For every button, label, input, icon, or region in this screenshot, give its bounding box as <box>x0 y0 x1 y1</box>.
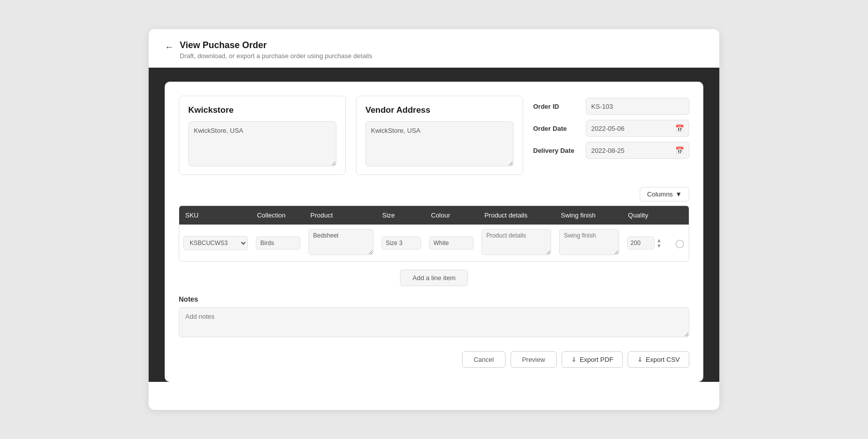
page-header: ← View Puchase Order Draft, download, or… <box>149 29 719 68</box>
order-date-calendar-icon: 📅 <box>675 124 684 132</box>
order-fields-block: Order ID Order Date 📅 Delivery Date <box>533 96 689 175</box>
add-line-row: Add a line item <box>179 270 689 286</box>
cancel-button[interactable]: Cancel <box>462 351 505 368</box>
table-row: KSBCUCWS3 Bedsheet <box>179 225 689 261</box>
order-id-row: Order ID <box>533 98 689 115</box>
order-id-label: Order ID <box>533 103 581 110</box>
download-csv-icon: ⇓ <box>637 356 643 363</box>
white-inner: Kwickstore KwickStore, USA Vendor Addres… <box>165 82 703 382</box>
vendor-address-textarea[interactable]: KwickStore, USA <box>365 121 514 166</box>
order-date-input[interactable] <box>591 125 675 132</box>
colour-input[interactable] <box>429 237 474 250</box>
size-input[interactable] <box>381 237 421 250</box>
page-title: View Puchase Order <box>180 40 372 51</box>
delivery-date-input[interactable] <box>591 147 675 154</box>
quality-input-wrap: ▲ ▼ <box>627 237 667 250</box>
delivery-date-calendar-icon: 📅 <box>675 146 684 154</box>
store-address-textarea[interactable]: KwickStore, USA <box>188 121 336 166</box>
columns-btn-label: Columns <box>647 190 673 198</box>
td-colour <box>425 233 478 254</box>
order-id-input[interactable] <box>591 103 684 110</box>
th-product: Product <box>304 206 376 225</box>
td-product: Bedsheet <box>304 225 377 261</box>
td-action: ◯ <box>671 235 689 252</box>
footer-buttons: Cancel Preview ⇓ Export PDF ⇓ Export CSV <box>179 351 689 368</box>
order-date-input-wrap: 📅 <box>586 120 689 137</box>
store-block: Kwickstore KwickStore, USA <box>179 96 346 175</box>
vendor-block: Vendor Address KwickStore, USA <box>356 96 523 175</box>
delivery-date-label: Delivery Date <box>533 147 581 154</box>
add-line-item-button[interactable]: Add a line item <box>400 270 468 286</box>
columns-btn-row: Columns ▼ <box>179 187 689 201</box>
preview-button[interactable]: Preview <box>511 351 557 368</box>
export-csv-label: Export CSV <box>646 356 680 363</box>
stepper-down-icon: ▼ <box>657 243 662 249</box>
th-sku: SKU <box>179 206 251 225</box>
td-sku: KSBCUCWS3 <box>179 232 252 254</box>
export-csv-button[interactable]: ⇓ Export CSV <box>628 351 689 368</box>
collection-input[interactable] <box>256 237 300 250</box>
store-name: Kwickstore <box>188 105 336 115</box>
order-date-row: Order Date 📅 <box>533 120 689 137</box>
outer-card: ← View Puchase Order Draft, download, or… <box>149 29 719 410</box>
vendor-label: Vendor Address <box>365 105 514 115</box>
th-collection: Collection <box>251 206 304 225</box>
table-wrapper: SKU Collection Product Size Colour Produ… <box>179 205 689 262</box>
td-size <box>377 233 425 254</box>
delivery-date-row: Delivery Date 📅 <box>533 142 689 159</box>
td-collection <box>252 233 304 254</box>
dark-section: Kwickstore KwickStore, USA Vendor Addres… <box>149 68 719 382</box>
th-size: Size <box>376 206 425 225</box>
product-details-textarea[interactable] <box>482 229 551 255</box>
delivery-date-input-wrap: 📅 <box>586 142 689 159</box>
page-subtitle: Draft, download, or export a purchase or… <box>180 52 372 60</box>
th-colour: Colour <box>425 206 479 225</box>
th-quality: Quality <box>622 206 671 225</box>
top-row: Kwickstore KwickStore, USA Vendor Addres… <box>179 96 689 175</box>
columns-button[interactable]: Columns ▼ <box>640 187 689 201</box>
notes-textarea[interactable] <box>179 307 689 337</box>
product-textarea[interactable]: Bedsheet <box>308 229 373 255</box>
td-product-details <box>478 225 555 261</box>
sku-select[interactable]: KSBCUCWS3 <box>183 236 248 250</box>
chevron-down-icon: ▼ <box>675 190 682 198</box>
th-product-details: Product details <box>479 206 555 225</box>
back-button[interactable]: ← <box>165 41 174 54</box>
download-pdf-icon: ⇓ <box>571 356 577 363</box>
export-pdf-label: Export PDF <box>580 356 613 363</box>
stepper-up-icon: ▲ <box>657 238 662 243</box>
notes-section: Notes <box>179 295 689 339</box>
order-date-label: Order Date <box>533 125 581 132</box>
row-action-icon[interactable]: ◯ <box>675 239 684 248</box>
order-id-input-wrap <box>586 98 689 115</box>
page-header-text: View Puchase Order Draft, download, or e… <box>180 40 372 60</box>
th-action <box>671 206 689 225</box>
th-swing-finish: Swing finish <box>555 206 622 225</box>
td-quality: ▲ ▼ <box>623 233 671 254</box>
notes-label: Notes <box>179 295 689 303</box>
export-pdf-button[interactable]: ⇓ Export PDF <box>562 351 623 368</box>
quality-input[interactable] <box>627 237 655 250</box>
swing-finish-textarea[interactable] <box>559 229 619 255</box>
table-header: SKU Collection Product Size Colour Produ… <box>179 206 689 225</box>
td-swing-finish <box>555 225 623 261</box>
quality-stepper[interactable]: ▲ ▼ <box>656 238 662 249</box>
